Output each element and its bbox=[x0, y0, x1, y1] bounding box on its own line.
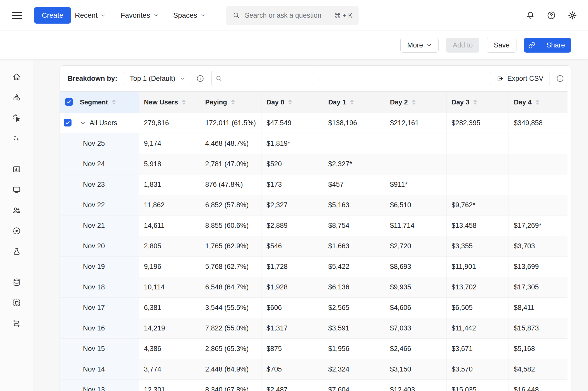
nav-menu-spaces[interactable]: Spaces bbox=[173, 11, 205, 19]
column-header-segment[interactable]: Segment bbox=[76, 92, 139, 113]
add-to-button[interactable]: Add to bbox=[446, 38, 479, 53]
chevron-down-icon[interactable] bbox=[80, 120, 86, 126]
table-header-row: SegmentNew UsersPayingDay 0Day 1Day 2Day… bbox=[60, 92, 567, 113]
global-search-input[interactable]: Search or ask a question ⌘ + K bbox=[226, 6, 359, 25]
row-checkbox-cell bbox=[60, 359, 76, 380]
info-icon[interactable] bbox=[556, 74, 564, 83]
gear-icon[interactable] bbox=[567, 10, 578, 21]
segment-cell[interactable]: Nov 14 bbox=[76, 359, 139, 380]
sidebar-item-select-area[interactable] bbox=[11, 297, 22, 308]
day-4-cell bbox=[509, 174, 567, 195]
sort-icon[interactable] bbox=[536, 100, 539, 105]
save-button[interactable]: Save bbox=[487, 38, 516, 53]
segment-cell[interactable]: Nov 21 bbox=[76, 216, 139, 236]
day-3-cell: $3,570 bbox=[446, 359, 509, 380]
sidebar-item-monitor[interactable] bbox=[11, 184, 22, 196]
link-icon[interactable] bbox=[524, 38, 540, 53]
sort-icon[interactable] bbox=[182, 100, 186, 105]
segment-cell[interactable]: Nov 13 bbox=[76, 380, 139, 391]
sidebar-item-users[interactable] bbox=[11, 205, 22, 216]
column-header-day-2[interactable]: Day 2 bbox=[385, 92, 446, 113]
menu-icon[interactable] bbox=[12, 12, 22, 19]
row-checkbox-cell bbox=[60, 236, 76, 257]
sidebar-item-journey[interactable] bbox=[11, 318, 22, 329]
column-header-day-1[interactable]: Day 1 bbox=[323, 92, 385, 113]
column-header-day-0[interactable]: Day 0 bbox=[261, 92, 323, 113]
new-users-cell: 3,774 bbox=[139, 359, 200, 380]
sidebar-divider bbox=[7, 158, 26, 158]
row-checkbox-cell bbox=[60, 298, 76, 318]
paying-cell: 8,855 (60.6%) bbox=[200, 216, 261, 236]
row-checkbox-cell bbox=[60, 257, 76, 277]
sidebar-item-database[interactable] bbox=[11, 277, 22, 288]
table-row: Nov 259,1744,468 (48.7%)$1,819* bbox=[60, 133, 567, 154]
day-0-cell: $705 bbox=[261, 359, 323, 380]
column-header-day-3[interactable]: Day 3 bbox=[446, 92, 509, 113]
column-label: Day 0 bbox=[267, 98, 284, 106]
breakdown-select[interactable]: Top 1 (Default) bbox=[124, 71, 191, 86]
more-button[interactable]: More bbox=[400, 38, 439, 53]
sort-icon[interactable] bbox=[473, 100, 477, 105]
breakdown-search-input[interactable] bbox=[226, 75, 311, 83]
segment-cell[interactable]: Nov 17 bbox=[76, 298, 139, 318]
column-header-paying[interactable]: Paying bbox=[200, 92, 261, 113]
row-checkbox-cell bbox=[60, 154, 76, 174]
help-icon[interactable] bbox=[546, 10, 557, 21]
export-csv-button[interactable]: Export CSV bbox=[490, 71, 550, 86]
row-checkbox[interactable] bbox=[64, 119, 72, 126]
day-4-cell: $8,411 bbox=[509, 298, 567, 318]
sort-icon[interactable] bbox=[412, 100, 415, 105]
row-checkbox[interactable] bbox=[65, 98, 73, 106]
segment-cell[interactable]: Nov 23 bbox=[76, 174, 139, 195]
export-icon bbox=[496, 75, 504, 82]
day-0-cell: $2,487 bbox=[261, 380, 323, 391]
segment-cell[interactable]: Nov 19 bbox=[76, 257, 139, 277]
day-1-cell: $138,196 bbox=[323, 113, 385, 133]
new-users-cell: 10,114 bbox=[139, 277, 200, 298]
select-all-checkbox-cell[interactable] bbox=[60, 92, 76, 113]
sidebar-item-shapes[interactable] bbox=[11, 92, 22, 103]
sort-icon[interactable] bbox=[288, 100, 292, 105]
table-row: Nov 1614,2197,822 (55.0%)$1,317$3,591$7,… bbox=[60, 318, 567, 339]
new-users-cell: 279,816 bbox=[139, 113, 200, 133]
sidebar-item-sparkles[interactable] bbox=[11, 133, 22, 144]
info-icon[interactable] bbox=[196, 74, 204, 83]
day-2-cell: $911* bbox=[385, 174, 446, 195]
new-users-cell: 14,611 bbox=[139, 216, 200, 236]
sidebar-item-bar-chart[interactable] bbox=[11, 164, 22, 175]
day-1-cell bbox=[323, 133, 385, 154]
sidebar-item-flask[interactable] bbox=[11, 246, 22, 257]
sidebar-item-cursor-click[interactable] bbox=[11, 112, 22, 124]
search-icon bbox=[215, 75, 222, 82]
vertical-scrollbar[interactable] bbox=[567, 91, 571, 391]
column-header-day-4[interactable]: Day 4 bbox=[509, 92, 567, 113]
segment-cell[interactable]: Nov 24 bbox=[76, 154, 139, 174]
share-button[interactable]: Share bbox=[524, 38, 571, 53]
share-label: Share bbox=[540, 41, 571, 49]
paying-cell: 172,011 (61.5%) bbox=[200, 113, 261, 133]
paying-cell: 5,768 (62.7%) bbox=[200, 257, 261, 277]
bell-icon[interactable] bbox=[525, 10, 536, 21]
select-area-icon bbox=[12, 298, 21, 307]
nav-menu-favorites[interactable]: Favorites bbox=[121, 11, 158, 19]
sidebar-item-home[interactable] bbox=[11, 71, 22, 83]
segment-cell[interactable]: Nov 18 bbox=[76, 277, 139, 298]
day-4-cell bbox=[509, 133, 567, 154]
sort-icon[interactable] bbox=[350, 100, 354, 105]
column-header-new-users[interactable]: New Users bbox=[139, 92, 200, 113]
sidebar-item-play-circle[interactable] bbox=[11, 225, 22, 237]
create-button[interactable]: Create bbox=[34, 7, 71, 24]
new-users-cell: 14,219 bbox=[139, 318, 200, 339]
segment-cell[interactable]: Nov 16 bbox=[76, 318, 139, 339]
day-4-cell: $5,168 bbox=[509, 339, 567, 359]
sort-icon[interactable] bbox=[112, 100, 116, 105]
segment-cell[interactable]: Nov 25 bbox=[76, 133, 139, 154]
sort-icon[interactable] bbox=[231, 100, 235, 105]
segment-cell[interactable]: Nov 15 bbox=[76, 339, 139, 359]
segment-cell[interactable]: All Users bbox=[76, 113, 139, 133]
segment-cell[interactable]: Nov 20 bbox=[76, 236, 139, 257]
segment-cell[interactable]: Nov 22 bbox=[76, 195, 139, 216]
day-4-cell: $4,582 bbox=[509, 359, 567, 380]
row-checkbox-cell[interactable] bbox=[60, 113, 76, 133]
nav-menu-recent[interactable]: Recent bbox=[75, 11, 106, 19]
